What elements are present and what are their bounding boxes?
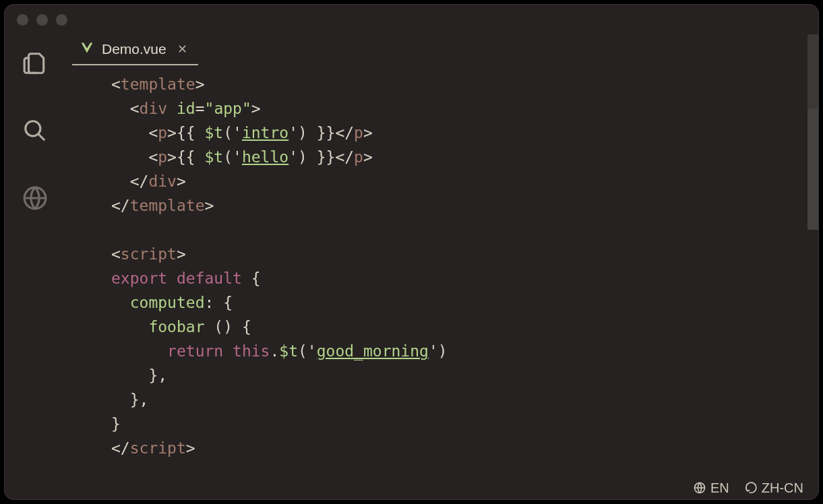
scrollbar-thumb[interactable] <box>807 108 818 230</box>
activity-bar <box>5 34 65 476</box>
window-zoom-icon[interactable] <box>56 14 67 26</box>
kw-default: default <box>177 270 242 287</box>
tab-demo-vue[interactable]: Demo.vue ✕ <box>72 34 198 65</box>
t-call: $t <box>279 342 298 360</box>
tag-template: template <box>121 75 195 93</box>
i18n-key-intro[interactable]: intro <box>242 124 288 141</box>
window-body: Demo.vue ✕ <template> <div id="app"> <p>… <box>5 34 818 476</box>
window-close-icon[interactable] <box>17 14 28 26</box>
tab-bar: Demo.vue ✕ <box>65 34 818 65</box>
tag-template-close: template <box>130 197 205 214</box>
status-language-secondary-label: ZH-CN <box>762 480 803 496</box>
attr-id: id <box>177 100 195 117</box>
explorer-icon[interactable] <box>22 51 48 76</box>
vue-file-icon <box>80 41 94 58</box>
editor-scrollbar[interactable] <box>807 34 818 476</box>
kw-return: return <box>167 342 223 360</box>
i18n-key-hello[interactable]: hello <box>242 148 288 166</box>
window-minimize-icon[interactable] <box>36 14 48 26</box>
scrollbar-thumb[interactable] <box>807 34 818 108</box>
tag-p: p <box>158 148 167 166</box>
status-language-secondary[interactable]: ZH-CN <box>744 480 803 496</box>
fn-foobar: foobar <box>148 318 204 336</box>
status-bar: EN ZH-CN <box>5 476 818 499</box>
tag-div-close: div <box>148 172 177 190</box>
tag-p-close: p <box>354 124 363 141</box>
t-call: $t <box>205 148 224 166</box>
t-call: $t <box>205 124 224 141</box>
close-tab-icon[interactable]: ✕ <box>175 42 190 57</box>
tag-div: div <box>140 100 168 117</box>
tag-p-close: p <box>354 148 363 166</box>
svg-line-1 <box>38 134 45 141</box>
status-language-primary-label: EN <box>710 480 729 496</box>
svg-point-0 <box>26 121 40 136</box>
attr-id-value: "app" <box>205 100 251 117</box>
tab-label: Demo.vue <box>102 41 166 57</box>
search-icon[interactable] <box>22 118 48 144</box>
editor-window: Demo.vue ✕ <template> <div id="app"> <p>… <box>4 4 819 500</box>
tag-script-close: script <box>130 439 186 457</box>
status-language-primary[interactable]: EN <box>693 480 729 496</box>
tag-p: p <box>158 124 167 141</box>
globe-icon[interactable] <box>22 185 48 211</box>
kw-export: export <box>111 270 167 287</box>
tag-script: script <box>121 245 177 263</box>
titlebar[interactable] <box>5 5 818 34</box>
editor-main: Demo.vue ✕ <template> <div id="app"> <p>… <box>65 34 818 476</box>
kw-this: this <box>233 342 270 360</box>
i18n-key-good-morning[interactable]: good_morning <box>317 342 429 360</box>
code-editor[interactable]: <template> <div id="app"> <p>{{ $t('intr… <box>65 65 818 476</box>
kw-computed: computed <box>130 294 205 311</box>
